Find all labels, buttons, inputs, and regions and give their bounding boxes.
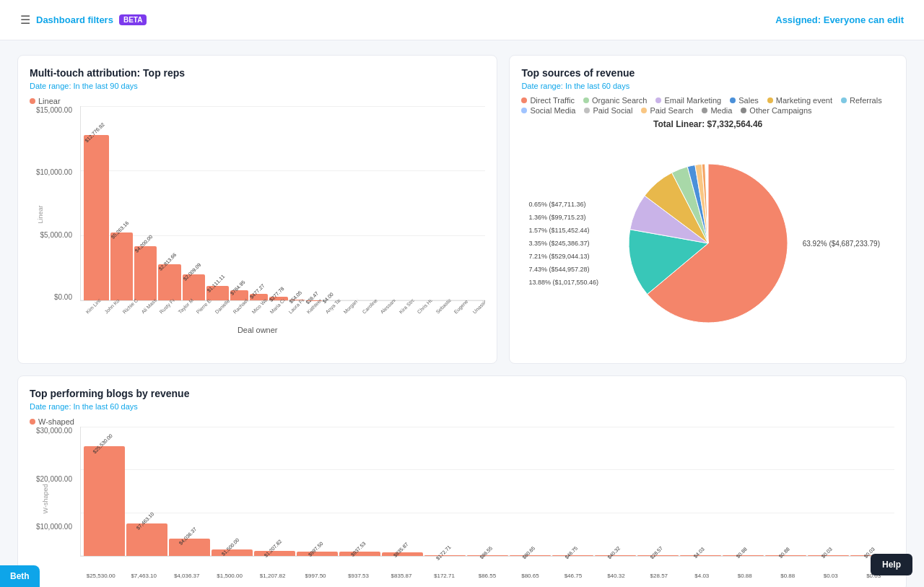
y-label: $15,000.00 [30, 106, 72, 114]
bar-item: $80.65 [510, 427, 551, 556]
bar-item: $54.05 [289, 106, 305, 300]
bar-item: $277.78 [269, 106, 287, 300]
linear-legend-dot [30, 98, 35, 104]
bar-item: $28.57 [637, 427, 679, 556]
pie-label: 1.36% ($99,715.23) [528, 214, 598, 221]
legend-label: Email Marketing [664, 96, 721, 105]
blogs-date: Date range: In the last 60 days [30, 402, 894, 411]
legend-label: Marketing event [776, 96, 832, 105]
bar-chart-area: Linear $15,000.00 $10,000.00 $5,000.00 $… [30, 106, 485, 323]
bar-bottom-value: $80.65 [510, 573, 551, 579]
bar-item: $784.95 [230, 106, 248, 300]
beta-badge: BETA [119, 14, 147, 25]
bar-item: $86.55 [467, 427, 508, 556]
bars-wrapper-3: $25,530.00$7,463.10$4,036.37$1,500.00$1,… [81, 427, 894, 556]
bar [84, 446, 125, 556]
bar-bottom-value: $937.53 [338, 573, 379, 579]
assigned-value[interactable]: Everyone can edit [824, 14, 904, 25]
pie-legend-item: Direct Traffic [521, 96, 575, 105]
pie-label: 7.43% ($544,957.28) [528, 266, 598, 273]
legend-dot [702, 108, 707, 113]
legend-dot [521, 97, 527, 103]
bar-bottom-value: $0.88 [724, 573, 765, 579]
pie-container: 0.65% ($47,711.36)1.36% ($99,715.23)1.57… [521, 135, 894, 352]
bar-item: $0.03 [808, 427, 849, 556]
bottom-values: $25,530.00$7,463.10$4,036.37$1,500.00$1,… [80, 573, 894, 579]
legend-label: Referrals [850, 96, 882, 105]
pie-labels-left: 0.65% ($47,711.36)1.36% ($99,715.23)1.57… [528, 201, 598, 286]
bar-item: $46.75 [552, 427, 593, 556]
bar-item [396, 106, 409, 300]
bar-item: $997.50 [297, 427, 338, 556]
bar-bottom-value: $1,207.82 [252, 573, 293, 579]
legend-label: Media [710, 106, 732, 115]
top-bar-left: ☰ Dashboard filters BETA [20, 13, 147, 27]
bar-item [469, 106, 482, 300]
legend-dot [841, 97, 847, 103]
legend-dot [655, 97, 661, 103]
help-button[interactable]: Help [871, 554, 912, 575]
bars-area-3: $25,530.00$7,463.10$4,036.37$1,500.00$1,… [80, 427, 894, 557]
top-charts-row: Multi-touch attribution: Top reps Date r… [17, 55, 907, 364]
pie-big-label: 63.92% ($4,687,233.79) [803, 240, 880, 248]
bar-bottom-value: $25,530.00 [80, 573, 121, 579]
bar-item: $835.87 [382, 427, 423, 556]
bar-item: $4.00 [323, 106, 336, 300]
top-bar-right: Assigned: Everyone can edit [775, 14, 904, 25]
y-labels-1: $15,000.00 $10,000.00 $5,000.00 $0.00 [30, 106, 77, 301]
bar-bottom-value: $7,463.10 [123, 573, 164, 579]
bar-item: $5,263.16 [110, 106, 133, 300]
legend-dot [521, 108, 527, 113]
pie-legend-item: Paid Search [641, 106, 693, 115]
y-labels-3: $30,000.00 $20,000.00 $10,000.00 [30, 427, 77, 571]
y-label: $30,000.00 [30, 427, 72, 435]
legend-dot [641, 108, 647, 113]
bar-item: $12,776.92 [84, 106, 109, 300]
legend-dot [767, 97, 773, 103]
bars-area-1: $12,776.92$5,263.16$4,200.00$2,813.66$2,… [80, 106, 485, 301]
legend-label: Paid Social [593, 106, 632, 115]
bar-item: $7,463.10 [126, 427, 167, 556]
bar-item [382, 106, 395, 300]
legend-dot [584, 108, 590, 113]
bar-item: $25,530.00 [84, 427, 125, 556]
blogs-chart-area: W-shaped $30,000.00 $20,000.00 $10,000.0… [30, 427, 894, 571]
beth-label[interactable]: Beth [0, 565, 40, 587]
y-label: $0.00 [30, 293, 72, 301]
hamburger-icon[interactable]: ☰ [20, 13, 30, 27]
bar-bottom-value: $0.03 [810, 573, 851, 579]
bar-bottom-value: $4.03 [681, 573, 723, 579]
assigned-label: Assigned: [775, 14, 821, 25]
blogs-legend: W-shaped [30, 417, 894, 427]
pie-legend-item: Media [702, 106, 732, 115]
x-axis-title-1: Deal owner [30, 326, 485, 334]
bar-item: $4.03 [680, 427, 721, 556]
wshaped-legend-dot [30, 419, 35, 425]
legend-label: Other Campaigns [749, 106, 811, 115]
bar [84, 135, 109, 300]
y-label: $10,000.00 [30, 168, 72, 176]
bar-bottom-value: $46.75 [552, 573, 593, 579]
revenue-sources-title: Top sources of revenue [521, 67, 894, 79]
bar-item: $0.03 [850, 427, 892, 556]
legend-label: Direct Traffic [530, 96, 575, 105]
blogs-card: Top performing blogs by revenue Date ran… [17, 375, 907, 587]
legend-dot [730, 97, 736, 103]
bar-bottom-value: $86.55 [466, 573, 507, 579]
pie-legends: Direct TrafficOrganic SearchEmail Market… [521, 96, 894, 115]
y-label: $5,000.00 [30, 231, 72, 239]
legend-label: Organic Search [592, 96, 647, 105]
bar-bottom-value: $835.87 [380, 573, 422, 579]
bar-item: $2,813.66 [158, 106, 180, 300]
pie-legend-item: Email Marketing [655, 96, 721, 105]
bars-wrapper-1: $12,776.92$5,263.16$4,200.00$2,813.66$2,… [81, 106, 485, 300]
bar [134, 246, 157, 300]
revenue-sources-date: Date range: In the last 60 days [521, 82, 894, 90]
dashboard-filters-label[interactable]: Dashboard filters [36, 14, 113, 25]
pie-legend-item: Paid Social [584, 106, 632, 115]
multitouch-date: Date range: In the last 90 days [30, 82, 485, 90]
legend-label: Paid Search [650, 106, 693, 115]
pie-label: 3.35% ($245,386.37) [528, 240, 598, 247]
dashboard: Multi-touch attribution: Top reps Date r… [0, 40, 924, 587]
bar-item: $4,036.37 [169, 427, 210, 556]
